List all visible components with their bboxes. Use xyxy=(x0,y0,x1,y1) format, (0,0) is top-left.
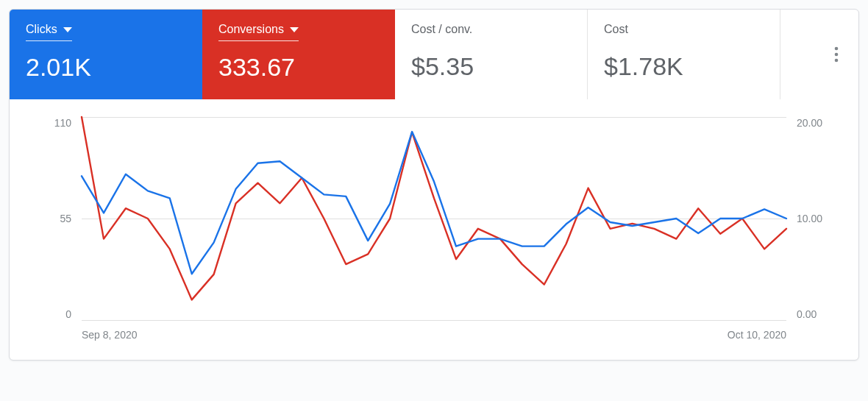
metric-value: $5.35 xyxy=(411,54,571,79)
y-tick: 110 xyxy=(54,117,71,129)
more-options-button[interactable] xyxy=(814,10,858,99)
metric-label: Conversions xyxy=(218,23,299,41)
kebab-icon xyxy=(834,46,839,63)
metrics-row: Clicks 2.01K Conversions 333.67 Cost / c… xyxy=(10,10,858,99)
spacer xyxy=(780,10,814,99)
gridline xyxy=(82,320,786,321)
series-line-clicks xyxy=(82,132,786,274)
metric-card-cost-per-conv[interactable]: Cost / conv. $5.35 xyxy=(395,10,588,99)
metric-label: Cost xyxy=(604,23,628,36)
plot-wrap: 110 55 0 20.00 10.00 0.00 xyxy=(38,117,830,347)
y-axis-left: 110 55 0 xyxy=(38,117,71,320)
y-tick: 0.00 xyxy=(797,308,817,320)
x-tick-start: Sep 8, 2020 xyxy=(82,329,138,347)
chevron-down-icon xyxy=(290,27,299,32)
metric-card-clicks[interactable]: Clicks 2.01K xyxy=(10,10,202,99)
y-tick: 10.00 xyxy=(797,213,822,224)
svg-point-1 xyxy=(835,53,839,57)
chart-svg xyxy=(82,117,786,320)
metric-label: Clicks xyxy=(26,23,72,41)
analytics-card: Clicks 2.01K Conversions 333.67 Cost / c… xyxy=(9,9,859,361)
y-tick: 55 xyxy=(60,213,71,224)
chevron-down-icon xyxy=(63,27,72,32)
svg-point-0 xyxy=(835,47,839,51)
x-axis: Sep 8, 2020 Oct 10, 2020 xyxy=(82,329,786,347)
metric-label: Cost / conv. xyxy=(411,23,472,36)
metric-label-text: Conversions xyxy=(218,23,284,36)
metric-card-conversions[interactable]: Conversions 333.67 xyxy=(202,10,395,99)
y-tick: 0 xyxy=(65,308,71,320)
metric-value: 333.67 xyxy=(218,54,379,79)
plot[interactable] xyxy=(82,117,786,320)
metric-value: $1.78K xyxy=(604,54,764,79)
x-tick-end: Oct 10, 2020 xyxy=(728,329,786,347)
metric-label-text: Cost / conv. xyxy=(411,23,472,36)
metric-label-text: Clicks xyxy=(26,23,57,36)
y-tick: 20.00 xyxy=(797,117,822,129)
metric-value: 2.01K xyxy=(26,54,186,79)
y-axis-right: 20.00 10.00 0.00 xyxy=(797,117,830,320)
chart-area: 110 55 0 20.00 10.00 0.00 xyxy=(10,99,858,360)
series-line-conversions xyxy=(82,117,786,299)
metric-label-text: Cost xyxy=(604,23,628,36)
metric-card-cost[interactable]: Cost $1.78K xyxy=(588,10,780,99)
svg-point-2 xyxy=(835,59,839,63)
